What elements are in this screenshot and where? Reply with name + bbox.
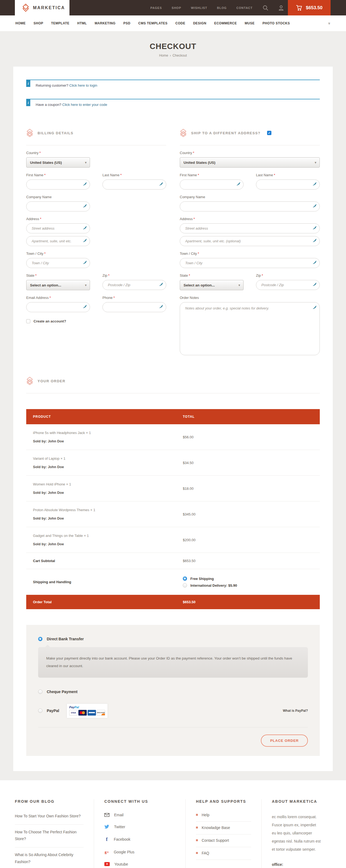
order-notes-label: Order Notes <box>180 296 320 300</box>
nav-template[interactable]: TEMPLATE <box>51 21 69 25</box>
autofill-icon[interactable] <box>312 226 317 230</box>
billing-first-name-input[interactable] <box>26 180 90 189</box>
shipping-country-select[interactable]: United States (US)▾ <box>180 157 320 167</box>
facebook-link[interactable]: f Facebook <box>104 837 175 842</box>
blog-post-link[interactable]: How To Choose The Perfect Fashion Store? <box>15 825 83 848</box>
shipping-company-input[interactable] <box>180 202 320 212</box>
more-menu-icon[interactable]: » <box>327 22 332 24</box>
billing-town-input[interactable] <box>26 258 90 268</box>
blog-post-link[interactable]: How To Start Your Own Fashion Store? <box>15 813 83 825</box>
nav-cms-templates[interactable]: CMS TEMPLATES <box>138 21 167 25</box>
shipping-zip-input[interactable] <box>256 280 320 290</box>
cart-total: $653.50 <box>306 5 322 10</box>
shipping-street-input[interactable] <box>180 223 320 234</box>
product-name: Gadget and Things on the Table × 1 <box>33 534 183 538</box>
nav-psd[interactable]: PSD <box>123 21 130 25</box>
email-link[interactable]: Email <box>104 813 175 817</box>
top-nav-shop[interactable]: SHOP <box>172 6 181 9</box>
what-is-paypal-link[interactable]: What is PayPal? <box>283 709 308 713</box>
help-link[interactable]: Help <box>196 813 251 822</box>
payment-method-cheque[interactable]: Cheque Payment <box>38 689 308 694</box>
knowledge-base-link[interactable]: Knowladge Base <box>196 822 251 834</box>
google-plus-link[interactable]: g+ Google Plus <box>104 850 175 855</box>
table-row: Gadget and Things on the Table × 1 Sold … <box>26 527 320 553</box>
autofill-icon[interactable] <box>312 204 317 208</box>
nav-design[interactable]: DESIGN <box>193 21 206 25</box>
search-icon[interactable] <box>263 5 269 11</box>
payment-method-paypal[interactable]: PayPal PayPal VISA DISCOVER What is PayP… <box>38 704 308 718</box>
top-nav-contact[interactable]: CONTACT <box>237 6 253 9</box>
autofill-icon[interactable] <box>83 260 87 265</box>
billing-phone-input[interactable] <box>102 302 166 312</box>
nav-ecommerce[interactable]: ECOMMERCE <box>214 21 237 25</box>
billing-last-name-input[interactable] <box>102 180 166 189</box>
nav-shop[interactable]: SHOP <box>34 21 43 25</box>
autofill-icon[interactable] <box>312 182 317 186</box>
billing-email-input[interactable] <box>26 302 90 312</box>
twitter-link[interactable]: Twitter <box>104 825 175 829</box>
autofill-icon[interactable] <box>83 239 87 243</box>
autofill-icon[interactable] <box>159 282 163 287</box>
place-order-button[interactable]: PLACE ORDER <box>261 735 308 747</box>
nav-muse[interactable]: MUSE <box>245 21 255 25</box>
billing-apartment-input[interactable] <box>26 236 90 246</box>
autofill-icon[interactable] <box>159 305 163 309</box>
shipping-first-name-input[interactable] <box>180 180 244 189</box>
product-name: Women Hold iPhone × 1 <box>33 482 183 486</box>
faq-link[interactable]: FAQ <box>196 847 251 860</box>
billing-country-select[interactable]: United States (US)▾ <box>26 157 90 167</box>
shipping-option-international[interactable]: International Delivery: $5.90 <box>183 583 313 588</box>
payment-method-bank[interactable]: Direct Bank Transfer <box>38 637 308 641</box>
radio-selected[interactable] <box>38 637 42 641</box>
shipping-option-free[interactable]: Free Shipping <box>183 577 313 581</box>
billing-state-select[interactable]: Select an option...▾ <box>26 280 90 290</box>
shipping-town-input[interactable] <box>180 258 320 268</box>
shipping-apartment-input[interactable] <box>180 236 320 246</box>
autofill-icon[interactable] <box>83 305 87 309</box>
nav-marketing[interactable]: MARKETING <box>95 21 115 25</box>
top-nav-blog[interactable]: BLOG <box>217 6 227 9</box>
logo[interactable]: MARKETICA <box>15 0 69 16</box>
nav-html[interactable]: HTML <box>77 21 87 25</box>
autofill-icon[interactable] <box>312 260 317 265</box>
breadcrumb-home[interactable]: Home <box>159 54 168 57</box>
billing-street-input[interactable] <box>26 223 90 234</box>
top-nav-pages[interactable]: PAGES <box>150 6 162 9</box>
autofill-icon[interactable] <box>312 282 317 287</box>
shipping-last-name-input[interactable] <box>256 180 320 189</box>
returning-customer-notice: i Returning customer? Click here to logi… <box>26 80 320 93</box>
radio-unselected[interactable] <box>38 689 42 694</box>
create-account-option[interactable]: Create an account? <box>26 319 166 323</box>
login-link[interactable]: Click here to login <box>69 83 97 88</box>
top-bar: MARKETICA PAGES SHOP WISHLIST BLOG CONTA… <box>0 0 346 16</box>
autofill-icon[interactable] <box>83 204 87 208</box>
create-account-checkbox[interactable] <box>26 319 30 323</box>
autofill-icon[interactable] <box>159 182 163 186</box>
autofill-icon[interactable] <box>236 182 241 186</box>
billing-last-name-field: Last Name* <box>102 173 166 189</box>
contact-support-link[interactable]: Contact Support <box>196 834 251 847</box>
coupon-link[interactable]: Click here to enter your code <box>62 103 107 107</box>
radio-selected[interactable] <box>183 577 187 581</box>
order-notes-input[interactable] <box>180 302 320 355</box>
top-nav-wishlist[interactable]: WISHLIST <box>191 6 207 9</box>
radio-unselected[interactable] <box>38 709 42 713</box>
autofill-icon[interactable] <box>312 305 317 310</box>
youtube-link[interactable]: Youtube <box>104 862 175 866</box>
blog-post-link[interactable]: What is So Alluring About Celebrity Fash… <box>15 847 83 868</box>
radio-unselected[interactable] <box>183 583 187 588</box>
shipping-state-select[interactable]: Select an option...▾ <box>180 280 244 290</box>
billing-company-input[interactable] <box>26 202 90 212</box>
nav-photo-stocks[interactable]: PHOTO STOCKS <box>263 21 290 25</box>
autofill-icon[interactable] <box>312 239 317 243</box>
user-icon[interactable] <box>278 5 284 11</box>
nav-home[interactable]: HOME <box>15 21 26 25</box>
cart-button[interactable]: $653.50 <box>288 0 331 16</box>
billing-zip-input[interactable] <box>102 280 166 290</box>
autofill-icon[interactable] <box>83 182 87 186</box>
billing-heading: BILLING DETAILS <box>38 131 73 135</box>
ship-different-checkbox[interactable]: ✓ <box>267 131 271 135</box>
nav-code[interactable]: CODE <box>175 21 185 25</box>
autofill-icon[interactable] <box>83 226 87 230</box>
google-plus-icon: g+ <box>104 850 109 855</box>
